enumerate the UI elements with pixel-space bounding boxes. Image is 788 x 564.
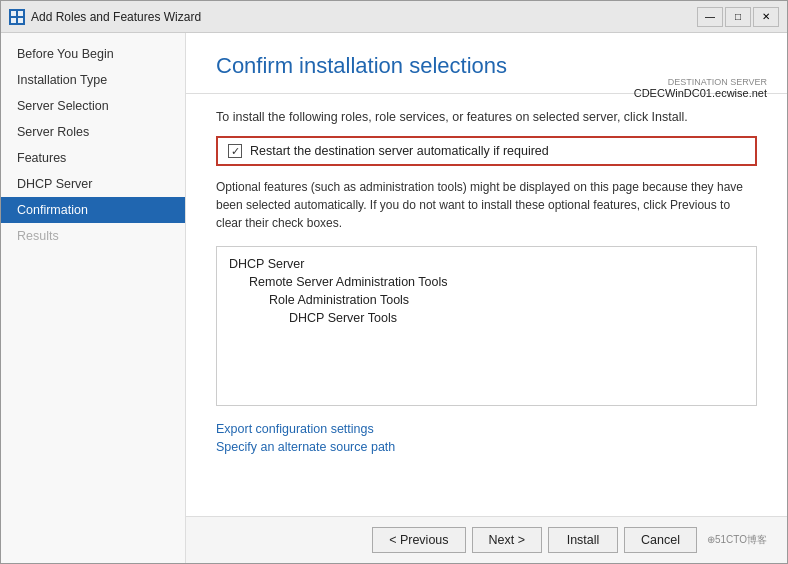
intro-text: To install the following roles, role ser… bbox=[216, 110, 757, 124]
restart-label: Restart the destination server automatic… bbox=[250, 144, 549, 158]
feature-remote-admin-tools: Remote Server Administration Tools bbox=[229, 273, 744, 291]
window-icon bbox=[9, 9, 25, 25]
sidebar-item-confirmation[interactable]: Confirmation bbox=[1, 197, 185, 223]
wizard-window: Add Roles and Features Wizard — □ ✕ Befo… bbox=[0, 0, 788, 564]
destination-server-name: CDECWinDC01.ecwise.net bbox=[634, 87, 767, 99]
svg-rect-0 bbox=[11, 11, 16, 16]
window-title: Add Roles and Features Wizard bbox=[31, 10, 697, 24]
feature-dhcp-server: DHCP Server bbox=[229, 255, 744, 273]
sidebar-item-server-roles[interactable]: Server Roles bbox=[1, 119, 185, 145]
footer: < Previous Next > Install Cancel ⊕51CTO博… bbox=[186, 516, 787, 563]
previous-button[interactable]: < Previous bbox=[372, 527, 465, 553]
window-controls: — □ ✕ bbox=[697, 7, 779, 27]
sidebar-item-results: Results bbox=[1, 223, 185, 249]
watermark: ⊕51CTO博客 bbox=[707, 533, 767, 547]
next-button[interactable]: Next > bbox=[472, 527, 542, 553]
install-button[interactable]: Install bbox=[548, 527, 618, 553]
sidebar-item-before-you-begin[interactable]: Before You Begin bbox=[1, 41, 185, 67]
minimize-button[interactable]: — bbox=[697, 7, 723, 27]
features-list: DHCP Server Remote Server Administration… bbox=[216, 246, 757, 406]
cancel-button[interactable]: Cancel bbox=[624, 527, 697, 553]
destination-server-label: DESTINATION SERVER bbox=[634, 77, 767, 87]
svg-rect-3 bbox=[18, 18, 23, 23]
main-body: To install the following roles, role ser… bbox=[186, 94, 787, 516]
close-button[interactable]: ✕ bbox=[753, 7, 779, 27]
sidebar-item-installation-type[interactable]: Installation Type bbox=[1, 67, 185, 93]
restart-box: ✓ Restart the destination server automat… bbox=[216, 136, 757, 166]
main-panel: Confirm installation selections DESTINAT… bbox=[186, 33, 787, 563]
maximize-button[interactable]: □ bbox=[725, 7, 751, 27]
sidebar-item-features[interactable]: Features bbox=[1, 145, 185, 171]
links-section: Export configuration settings Specify an… bbox=[216, 422, 757, 454]
svg-rect-2 bbox=[11, 18, 16, 23]
content-area: Before You Begin Installation Type Serve… bbox=[1, 33, 787, 563]
sidebar-item-server-selection[interactable]: Server Selection bbox=[1, 93, 185, 119]
page-title: Confirm installation selections bbox=[216, 53, 757, 79]
feature-role-admin-tools: Role Administration Tools bbox=[229, 291, 744, 309]
title-bar: Add Roles and Features Wizard — □ ✕ bbox=[1, 1, 787, 33]
destination-server-info: DESTINATION SERVER CDECWinDC01.ecwise.ne… bbox=[634, 77, 767, 99]
main-header: Confirm installation selections DESTINAT… bbox=[186, 33, 787, 94]
checkmark-icon: ✓ bbox=[231, 145, 240, 158]
sidebar: Before You Begin Installation Type Serve… bbox=[1, 33, 186, 563]
restart-checkbox[interactable]: ✓ bbox=[228, 144, 242, 158]
feature-dhcp-server-tools: DHCP Server Tools bbox=[229, 309, 744, 327]
sidebar-item-dhcp-server[interactable]: DHCP Server bbox=[1, 171, 185, 197]
export-config-link[interactable]: Export configuration settings bbox=[216, 422, 757, 436]
alt-source-link[interactable]: Specify an alternate source path bbox=[216, 440, 757, 454]
optional-text: Optional features (such as administratio… bbox=[216, 178, 757, 232]
svg-rect-1 bbox=[18, 11, 23, 16]
